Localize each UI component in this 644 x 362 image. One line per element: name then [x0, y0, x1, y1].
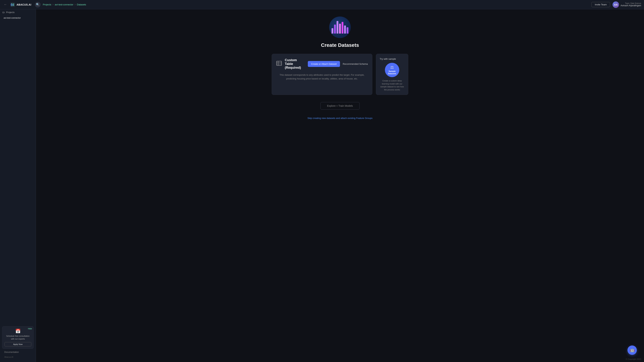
apply-now-button[interactable]: Apply Now	[4, 342, 31, 346]
consultation-icon: 📅	[4, 329, 31, 334]
chart-bar	[346, 27, 348, 33]
table-icon	[276, 60, 282, 67]
breadcrumb-sep2: >	[74, 3, 76, 6]
invite-team-button[interactable]: Invite Team	[591, 2, 610, 7]
sample-icon: ⚖	[390, 65, 394, 70]
app-body: 🗂 Projects avi-test-connector Hide 📅 Sch…	[0, 9, 644, 362]
back-button[interactable]: ←	[3, 2, 8, 7]
nav-right: Invite Team AA Team: Data Science Avinas…	[591, 1, 641, 8]
sidebar-item-connector[interactable]: avi-test-connector	[1, 15, 35, 21]
avatar: AA	[612, 1, 619, 8]
hide-button[interactable]: Hide	[28, 328, 32, 330]
user-team: Team: Data Science	[620, 2, 641, 4]
abacus-logo-icon	[10, 2, 15, 7]
svg-rect-3	[12, 4, 13, 6]
chatbot-button[interactable]: 🤖	[628, 346, 637, 355]
svg-rect-2	[12, 3, 12, 6]
logo-text: ABACUS.AI	[16, 3, 31, 6]
logo-area: ABACUS.AI	[10, 2, 31, 7]
search-button[interactable]: 🔍	[35, 2, 40, 7]
main-content: Create Datasets Custom Table (Required)	[36, 9, 644, 362]
consultation-box: Hide 📅 Schedule free consultation with o…	[2, 326, 34, 349]
svg-rect-5	[276, 61, 282, 65]
sample-card: Try with sample ⚖ Sample Datasets Create…	[376, 54, 408, 95]
user-menu[interactable]: AA Team: Data Science Avinash Arjavaling…	[612, 1, 641, 8]
page-title: Create Datasets	[321, 42, 359, 48]
breadcrumb-current: Datasets	[77, 3, 86, 6]
create-attach-button[interactable]: Create or Attach Dataset	[308, 61, 340, 67]
page-icon	[329, 16, 351, 38]
chart-bar	[342, 22, 344, 33]
chart-bar	[336, 21, 338, 33]
chart-bar	[339, 24, 341, 33]
chart-bar	[344, 25, 346, 33]
copyright: © Copyright 2023	[626, 358, 641, 360]
breadcrumb-projects[interactable]: Projects	[43, 3, 51, 6]
projects-label: Projects	[6, 11, 14, 14]
bars-visual	[332, 21, 348, 33]
skip-link[interactable]: Skip creating new datasets and attach ex…	[308, 117, 372, 120]
sample-label: Sample Datasets	[385, 70, 399, 75]
svg-rect-4	[14, 3, 14, 6]
card-header: Custom Table (Required) Create or Attach…	[276, 58, 368, 70]
chart-bar	[334, 24, 336, 33]
breadcrumb-connector[interactable]: avi-test-connector	[55, 3, 73, 6]
documentation-link[interactable]: Documentation	[2, 350, 34, 355]
card-description: This dataset corresponds to any attribut…	[276, 73, 368, 81]
projects-folder-icon: 🗂	[2, 11, 5, 14]
explore-button-wrap: Explore + Train Models	[320, 102, 360, 110]
card-title: Custom Table (Required)	[285, 58, 305, 70]
abacus-footer: Abacus.AI	[2, 355, 34, 360]
cards-row: Custom Table (Required) Create or Attach…	[272, 54, 408, 95]
breadcrumb-sep1: >	[52, 3, 54, 6]
sidebar: 🗂 Projects avi-test-connector Hide 📅 Sch…	[0, 9, 36, 362]
sample-datasets-button[interactable]: ⚖ Sample Datasets	[385, 63, 399, 77]
svg-rect-1	[11, 3, 11, 6]
top-nav: ← ABACUS.AI 🔍 Projects > avi-test-connec…	[0, 0, 644, 9]
user-name: Avinash Arjavalingam	[620, 4, 641, 7]
recommended-schema-button[interactable]: Recommended Schema	[343, 63, 368, 65]
explore-train-button[interactable]: Explore + Train Models	[320, 102, 360, 110]
sidebar-bottom: Hide 📅 Schedule free consultation with o…	[0, 324, 36, 362]
sidebar-projects-header[interactable]: 🗂 Projects	[0, 9, 36, 15]
consultation-text: Schedule free consultation with our expe…	[4, 335, 31, 340]
chart-bar	[332, 28, 333, 33]
main-dataset-card: Custom Table (Required) Create or Attach…	[272, 54, 372, 95]
breadcrumb: Projects > avi-test-connector > Datasets	[43, 3, 589, 6]
try-sample-title: Try with sample	[380, 58, 396, 60]
sample-description: Create a custom deep learning model with…	[380, 79, 404, 91]
user-info: Team: Data Science Avinash Arjavalingam	[620, 2, 641, 7]
